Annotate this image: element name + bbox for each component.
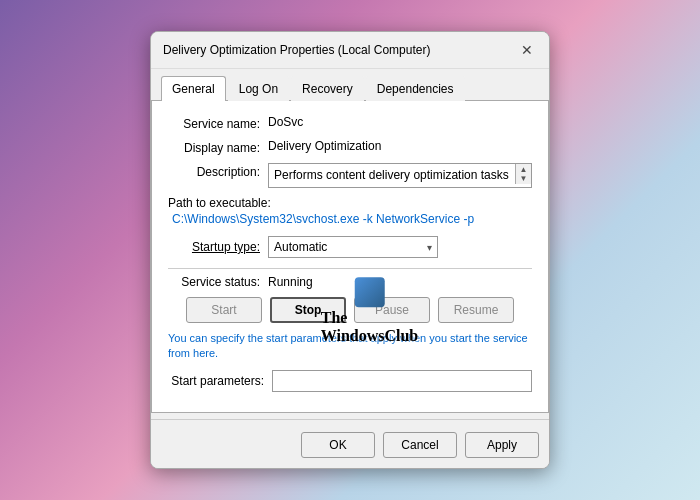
footer-buttons: OK Cancel Apply xyxy=(151,426,549,468)
divider-1 xyxy=(168,268,532,269)
tab-recovery[interactable]: Recovery xyxy=(291,76,364,101)
scroll-up-arrow[interactable]: ▲ xyxy=(520,165,528,174)
startup-label-text: Startup type: xyxy=(192,240,260,254)
service-control-buttons: Start Stop Pause Resume xyxy=(168,297,532,323)
hint-text: You can specify the start parameters tha… xyxy=(168,331,532,362)
footer-divider xyxy=(151,419,549,420)
path-value: C:\Windows\System32\svchost.exe -k Netwo… xyxy=(168,212,532,226)
description-box: Performs content delivery optimization t… xyxy=(268,163,532,188)
close-button[interactable]: ✕ xyxy=(517,40,537,60)
ok-button[interactable]: OK xyxy=(301,432,375,458)
start-params-input[interactable] xyxy=(272,370,532,392)
startup-type-row: Startup type: Automatic ▾ xyxy=(168,236,532,258)
path-section: Path to executable: C:\Windows\System32\… xyxy=(168,196,532,226)
dialog-title: Delivery Optimization Properties (Local … xyxy=(163,43,430,57)
scroll-down-arrow[interactable]: ▼ xyxy=(520,174,528,183)
cancel-button[interactable]: Cancel xyxy=(383,432,457,458)
start-params-row: Start parameters: xyxy=(168,370,532,392)
pause-button[interactable]: Pause xyxy=(354,297,430,323)
start-params-label: Start parameters: xyxy=(168,374,272,388)
title-bar: Delivery Optimization Properties (Local … xyxy=(151,32,549,69)
tab-bar: General Log On Recovery Dependencies xyxy=(151,69,549,101)
service-status-value: Running xyxy=(268,275,313,289)
properties-dialog: Delivery Optimization Properties (Local … xyxy=(150,31,550,469)
tab-general[interactable]: General xyxy=(161,76,226,101)
display-name-row: Display name: Delivery Optimization xyxy=(168,139,532,155)
display-name-value: Delivery Optimization xyxy=(268,139,381,153)
select-dropdown-arrow[interactable]: ▾ xyxy=(427,242,432,253)
stop-button[interactable]: Stop xyxy=(270,297,346,323)
service-name-value: DoSvc xyxy=(268,115,303,129)
service-status-row: Service status: Running xyxy=(168,275,532,289)
startup-type-label: Startup type: xyxy=(168,240,268,254)
tab-logon[interactable]: Log On xyxy=(228,76,289,101)
tab-dependencies[interactable]: Dependencies xyxy=(366,76,465,101)
content-area: Service name: DoSvc Display name: Delive… xyxy=(151,101,549,413)
path-label: Path to executable: xyxy=(168,196,532,210)
description-value: Performs content delivery optimization t… xyxy=(269,164,515,187)
startup-type-value: Automatic xyxy=(274,240,327,254)
service-status-label: Service status: xyxy=(168,275,268,289)
description-label: Description: xyxy=(168,163,268,179)
startup-type-select[interactable]: Automatic ▾ xyxy=(268,236,438,258)
description-scrollbar[interactable]: ▲ ▼ xyxy=(515,164,531,184)
apply-button[interactable]: Apply xyxy=(465,432,539,458)
resume-button[interactable]: Resume xyxy=(438,297,514,323)
display-name-label: Display name: xyxy=(168,139,268,155)
service-name-label: Service name: xyxy=(168,115,268,131)
description-row: Description: Performs content delivery o… xyxy=(168,163,532,188)
start-button[interactable]: Start xyxy=(186,297,262,323)
service-name-row: Service name: DoSvc xyxy=(168,115,532,131)
